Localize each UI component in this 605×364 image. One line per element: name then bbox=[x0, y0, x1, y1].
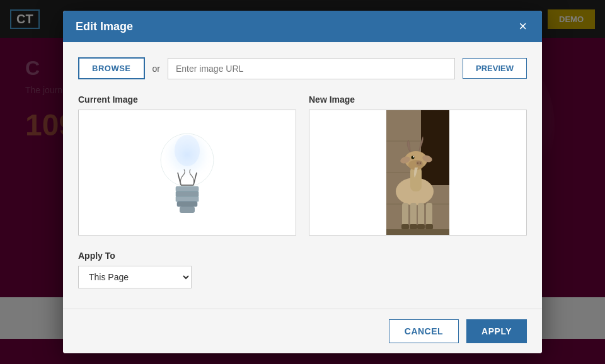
apply-button[interactable]: APPLY bbox=[466, 319, 527, 343]
lightbulb-image bbox=[79, 110, 296, 235]
svg-rect-8 bbox=[180, 207, 195, 213]
apply-to-label: Apply To bbox=[78, 251, 527, 261]
svg-rect-31 bbox=[410, 224, 417, 229]
modal-body: BROWSE or PREVIEW Current Image bbox=[63, 42, 542, 309]
modal-footer: CANCEL APPLY bbox=[63, 309, 542, 353]
svg-point-19 bbox=[412, 156, 415, 159]
image-url-input[interactable] bbox=[168, 58, 455, 79]
or-text: or bbox=[153, 64, 160, 74]
svg-point-21 bbox=[416, 161, 422, 166]
close-button[interactable]: × bbox=[516, 20, 529, 33]
svg-rect-14 bbox=[421, 110, 449, 185]
svg-point-9 bbox=[175, 135, 200, 166]
modal-header: Edit Image × bbox=[63, 11, 542, 42]
svg-rect-7 bbox=[177, 202, 197, 207]
svg-rect-5 bbox=[176, 191, 199, 196]
new-image-box bbox=[309, 110, 527, 236]
images-row: Current Image bbox=[78, 94, 527, 236]
new-image-section: New Image bbox=[309, 94, 527, 236]
preview-button[interactable]: PREVIEW bbox=[463, 58, 527, 79]
modal-overlay: Edit Image × BROWSE or PREVIEW Current I… bbox=[0, 0, 605, 364]
apply-to-select[interactable]: This Page All Pages bbox=[78, 266, 192, 288]
current-image-section: Current Image bbox=[78, 94, 296, 236]
edit-image-modal: Edit Image × BROWSE or PREVIEW Current I… bbox=[63, 11, 542, 353]
svg-point-22 bbox=[417, 162, 418, 164]
new-image-label: New Image bbox=[309, 94, 527, 105]
svg-rect-34 bbox=[386, 229, 449, 236]
svg-rect-4 bbox=[176, 186, 199, 191]
svg-rect-30 bbox=[401, 224, 409, 229]
browse-button[interactable]: BROWSE bbox=[78, 57, 145, 79]
svg-rect-32 bbox=[417, 224, 425, 229]
url-row: BROWSE or PREVIEW bbox=[78, 57, 527, 79]
svg-point-23 bbox=[420, 162, 421, 164]
modal-title: Edit Image bbox=[76, 20, 133, 33]
current-image-label: Current Image bbox=[78, 94, 296, 105]
svg-rect-6 bbox=[176, 196, 199, 202]
current-image-box bbox=[78, 110, 296, 236]
cancel-button[interactable]: CANCEL bbox=[389, 319, 459, 343]
svg-rect-33 bbox=[425, 224, 433, 229]
apply-to-section: Apply To This Page All Pages bbox=[78, 251, 527, 288]
svg-point-20 bbox=[413, 156, 414, 157]
